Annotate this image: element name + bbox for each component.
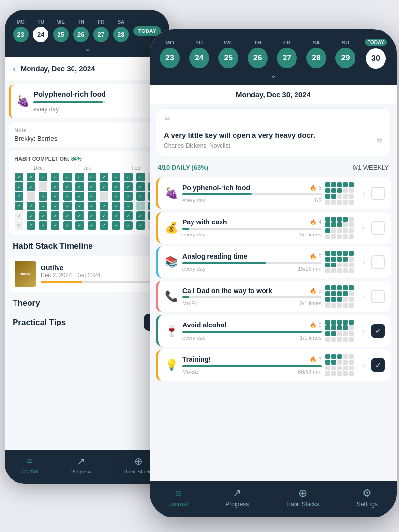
call-dad-dots — [325, 285, 354, 308]
quote-icon-close: ❞ — [376, 136, 383, 150]
p2-day-we[interactable]: WE 25 — [218, 40, 238, 68]
training-progress — [182, 365, 322, 367]
p2-day-fr[interactable]: FR 27 — [277, 40, 297, 68]
pay-cash-streak: 🔥 4 — [310, 219, 321, 225]
p2-day-su[interactable]: SU 29 — [335, 40, 355, 68]
nav-progress[interactable]: ↗ Progress — [70, 456, 91, 474]
pay-cash-checkbox[interactable] — [371, 221, 385, 235]
phone1-body: ‹ Monday, Dec 30, 2024 🍇 Polyphenol-rich… — [5, 57, 169, 478]
phone2-body: Monday, Dec 30, 2024 ❝ A very little key… — [150, 85, 397, 510]
p2-day-tu[interactable]: TU 24 — [189, 40, 209, 68]
phone1-day-tu[interactable]: TU 24 — [33, 19, 48, 42]
quote-card: ❝ A very little key will open a very hea… — [156, 108, 391, 156]
habit-stack-title: Habit Stack Timeline — [5, 236, 169, 254]
practical-tips-title: Practical Tips — [13, 318, 66, 327]
phone2-device: MO 23 TU 24 WE 25 TH 26 FR 27 SA 28 — [150, 29, 397, 517]
alcohol-progress — [182, 331, 322, 333]
habit-item-pay-cash[interactable]: 💰 Pay with cash 🔥 4 every day 0/1 times — [156, 212, 391, 244]
phone1-day-we[interactable]: WE 25 — [53, 19, 69, 42]
training-title: Training! — [182, 355, 211, 363]
phone2-date: Monday, Dec 30, 2024 — [150, 85, 397, 104]
p2-nav-habit-stacks[interactable]: ⊕ Habit Stacks — [286, 487, 319, 508]
p2-day-th[interactable]: TH 26 — [248, 40, 268, 68]
phone1-header: MO 23 TU 24 WE 25 TH 26 FR 27 SA 28 — [5, 10, 169, 57]
call-dad-checkbox[interactable] — [371, 290, 385, 303]
alcohol-checkbox[interactable]: ✓ — [371, 324, 385, 338]
quote-icon-open: ❝ — [164, 116, 383, 127]
stack-item[interactable]: Outlive Outlive Dec 2, 2024 Dec 2024 — [9, 256, 165, 292]
nav-habit-stacks[interactable]: ⊕ Habit Stacks — [123, 456, 153, 474]
cal-grid: ✓✓✓✓ ✓✓✓✓ ✓✓✓ ✓✓✓ ✓✓✓✓ ✓✓✓✓ ✓✓✓ ✓✓✓ ✓✓✓✓… — [15, 173, 160, 230]
weekly-stat: 0/1 WEEKLY — [353, 164, 389, 171]
phone1-day-mo[interactable]: MO 23 — [13, 19, 29, 42]
book-thumbnail: Outlive — [15, 261, 36, 287]
reading-title: Analog reading time — [182, 252, 248, 260]
p2-day-today[interactable]: TODAY 30 — [365, 39, 387, 69]
stack-info: Outlive Dec 2, 2024 Dec 2024 — [41, 264, 160, 283]
reading-emoji: 📚 — [164, 256, 178, 268]
phone1-chevron-down[interactable]: ⌄ — [11, 42, 163, 53]
polyphenol-progress — [182, 193, 252, 195]
phone1-day-th[interactable]: TH 26 — [73, 19, 89, 42]
pay-cash-chevron: › — [362, 223, 365, 232]
note-label: Note — [15, 127, 160, 133]
pay-cash-emoji: 💰 — [164, 222, 178, 234]
polyphenol-checkbox[interactable] — [371, 187, 385, 200]
reading-dots — [325, 251, 354, 273]
habit-item-reading[interactable]: 📚 Analog reading time 🔥 5 every day 15/2… — [156, 246, 391, 278]
training-dots — [325, 354, 354, 376]
call-dad-streak: 🔥 9 — [310, 288, 321, 294]
phone1-day-fr[interactable]: FR 27 — [93, 19, 109, 42]
pay-cash-dots — [325, 217, 354, 239]
nav-journal[interactable]: ≡ Journal — [21, 456, 38, 474]
theory-section: Theory — [5, 294, 169, 310]
p2-day-sa[interactable]: SA 28 — [306, 40, 326, 68]
polyphenol-dots — [325, 182, 354, 205]
stack-name: Outlive — [41, 264, 160, 272]
stack-date: Dec 2, 2024 Dec 2024 — [41, 272, 160, 279]
stack-progress-bar — [41, 281, 160, 283]
phone1-device: MO 23 TU 24 WE 25 TH 26 FR 27 SA 28 — [5, 10, 169, 484]
phone1-habit-card: 🍇 Polyphenol-rich food every day — [9, 84, 165, 118]
phone1-habit-progress — [33, 101, 103, 103]
polyphenol-details: Polyphenol-rich food 🔥 6 every day 1/2 — [182, 184, 322, 203]
phone1-bottom-nav: ≡ Journal ↗ Progress ⊕ Habit Stacks — [5, 450, 169, 484]
p2-nav-journal[interactable]: ≡ Journal — [169, 487, 188, 508]
theory-title: Theory — [13, 298, 162, 308]
call-dad-details: Call Dad on the way to work 🔥 9 Mo-Fr 0/… — [182, 287, 322, 306]
quote-text: A very little key will open a very heavy… — [164, 130, 383, 140]
completion-pct: 84% — [71, 156, 82, 162]
training-chevron: › — [362, 361, 365, 369]
habit-item-polyphenol[interactable]: 🍇 Polyphenol-rich food 🔥 6 every day 1/2 — [156, 177, 391, 209]
pay-cash-details: Pay with cash 🔥 4 every day 0/1 times — [182, 218, 322, 237]
completion-header: HABIT COMPLETION: 84% — [15, 156, 160, 162]
phone1-note-section: Note Brekky: Berries — [9, 122, 165, 147]
back-arrow-button[interactable]: ‹ — [13, 63, 16, 74]
reading-details: Analog reading time 🔥 5 every day 15/25 … — [182, 252, 322, 272]
phone1-habit-schedule: every day — [33, 106, 106, 113]
habit-item-training[interactable]: 💡 Training! 🔥 3 Mo-Sa 60/60 min — [156, 349, 391, 381]
quote-author: Charles Dickens, Novelist — [164, 142, 383, 149]
phone1-week-row: MO 23 TU 24 WE 25 TH 26 FR 27 SA 28 — [11, 19, 163, 42]
phone2-chevron-down[interactable]: ⌄ — [158, 69, 389, 80]
habit-item-alcohol[interactable]: 🍷 Avoid alcohol 🔥 6 every day 1/1 times — [156, 315, 391, 347]
phone2-week-row: MO 23 TU 24 WE 25 TH 26 FR 27 SA 28 — [158, 39, 389, 69]
polyphenol-emoji: 🍇 — [164, 187, 178, 200]
alcohol-chevron: › — [362, 326, 365, 335]
reading-checkbox[interactable] — [371, 255, 385, 269]
p2-nav-progress[interactable]: ↗ Progress — [225, 487, 249, 508]
call-dad-title: Call Dad on the way to work — [182, 287, 272, 295]
reading-progress — [182, 262, 266, 264]
cal-months: Dec Jan Feb — [15, 165, 160, 171]
p2-day-mo[interactable]: MO 23 — [160, 40, 180, 68]
p2-nav-settings[interactable]: ⚙ Settings — [357, 487, 378, 508]
alcohol-streak: 🔥 6 — [310, 322, 321, 328]
stats-row: 4/10 DAILY (63%) 0/1 WEEKLY — [150, 160, 397, 175]
phone1-today-pill[interactable]: TODAY — [133, 26, 161, 36]
polyphenol-chevron: › — [362, 189, 365, 198]
training-checkbox[interactable]: ✓ — [371, 358, 385, 372]
phone1-day-sa[interactable]: SA 28 — [113, 19, 129, 42]
habit-item-call-dad[interactable]: 📞 Call Dad on the way to work 🔥 9 Mo-Fr … — [156, 281, 391, 312]
call-dad-chevron: › — [362, 292, 365, 301]
training-streak: 🔥 3 — [310, 356, 321, 363]
